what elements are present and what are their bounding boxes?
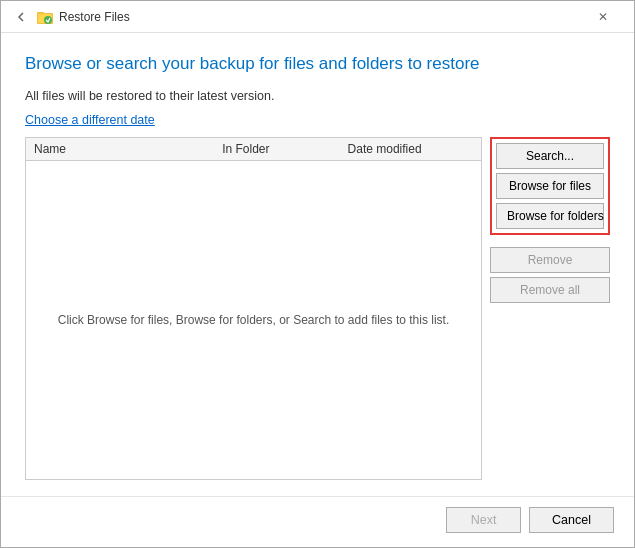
subtitle: All files will be restored to their late… bbox=[25, 89, 610, 103]
right-buttons-panel: Search... Browse for files Browse for fo… bbox=[490, 137, 610, 480]
file-table: Name In Folder Date modified Click Brows… bbox=[25, 137, 482, 480]
choose-date-link[interactable]: Choose a different date bbox=[25, 113, 610, 127]
back-button[interactable] bbox=[11, 7, 31, 27]
table-body: Click Browse for files, Browse for folde… bbox=[26, 161, 481, 479]
restore-files-window: Restore Files ✕ Browse or search your ba… bbox=[0, 0, 635, 548]
title-bar: Restore Files ✕ bbox=[1, 1, 634, 33]
next-button[interactable]: Next bbox=[446, 507, 521, 533]
title-bar-left: Restore Files bbox=[11, 7, 130, 27]
footer: Next Cancel bbox=[1, 496, 634, 547]
remove-button[interactable]: Remove bbox=[490, 247, 610, 273]
search-button[interactable]: Search... bbox=[496, 143, 604, 169]
browse-folders-button[interactable]: Browse for folders bbox=[496, 203, 604, 229]
table-header: Name In Folder Date modified bbox=[26, 138, 481, 161]
empty-message: Click Browse for files, Browse for folde… bbox=[58, 313, 449, 327]
remove-all-button[interactable]: Remove all bbox=[490, 277, 610, 303]
top-button-group: Search... Browse for files Browse for fo… bbox=[490, 137, 610, 235]
window-icon bbox=[37, 9, 53, 25]
cancel-button[interactable]: Cancel bbox=[529, 507, 614, 533]
window-title: Restore Files bbox=[59, 10, 130, 24]
col-name: Name bbox=[34, 142, 222, 156]
col-in-folder: In Folder bbox=[222, 142, 347, 156]
page-title: Browse or search your backup for files a… bbox=[25, 53, 610, 75]
content-area: Browse or search your backup for files a… bbox=[1, 33, 634, 496]
main-area: Name In Folder Date modified Click Brows… bbox=[25, 137, 610, 480]
close-button[interactable]: ✕ bbox=[580, 1, 626, 33]
bottom-button-group: Remove Remove all bbox=[490, 247, 610, 303]
col-date-modified: Date modified bbox=[348, 142, 473, 156]
browse-files-button[interactable]: Browse for files bbox=[496, 173, 604, 199]
